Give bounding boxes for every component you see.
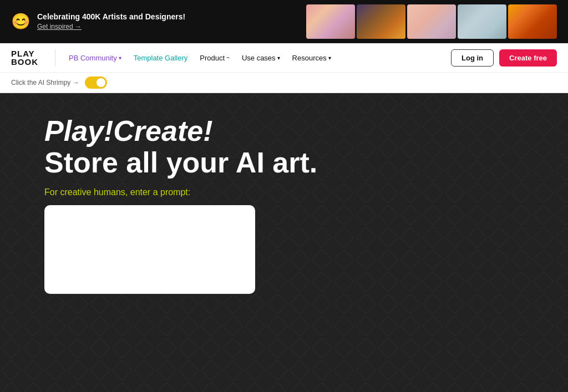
banner-left: 😊 Celebrating 400K Artists and Designers… <box>11 12 185 31</box>
pb-community-label: PB Community <box>69 54 117 62</box>
resources-label: Resources <box>292 54 327 62</box>
pb-community-chevron: ▾ <box>119 55 121 61</box>
top-banner: 😊 Celebrating 400K Artists and Designers… <box>0 0 568 43</box>
toggle-knob <box>97 78 105 87</box>
nav-template-gallery[interactable]: Template Gallery <box>128 50 194 65</box>
toggle-label: Click the AI Shrimpy → <box>11 79 79 86</box>
hero-heading-line1: Play!Create! <box>44 115 212 147</box>
navbar: PLAY BOOK PB Community ▾ Template Galler… <box>0 43 568 72</box>
banner-text-block: Celebrating 400K Artists and Designers! … <box>37 12 185 31</box>
logo-play: PLAY <box>11 49 38 58</box>
product-label: Product <box>200 54 225 62</box>
banner-headline: Celebrating 400K Artists and Designers! <box>37 12 185 21</box>
banner-image-4[interactable] <box>458 4 506 39</box>
use-cases-chevron: ▾ <box>277 55 280 61</box>
banner-image-2[interactable] <box>357 4 405 39</box>
resources-chevron: ▾ <box>328 55 331 61</box>
nav-resources[interactable]: Resources ▾ <box>287 50 337 65</box>
banner-cta-link[interactable]: Get inspired → <box>37 23 82 30</box>
banner-image-5[interactable] <box>508 4 557 39</box>
prompt-input-box[interactable] <box>44 205 255 294</box>
banner-image-3[interactable] <box>407 4 456 39</box>
nav-actions: Log in Create free <box>451 49 557 67</box>
nav-divider <box>55 49 55 66</box>
ai-shrimpy-toggle[interactable] <box>85 77 107 89</box>
product-chevron: ~ <box>226 55 230 61</box>
banner-image-1[interactable] <box>306 4 355 39</box>
use-cases-label: Use cases <box>242 54 276 62</box>
hero-heading-line2: Store all your AI art. <box>44 146 317 179</box>
hero-content: Play!Create! Store all your AI art. For … <box>0 93 568 316</box>
nav-product[interactable]: Product ~ <box>194 50 235 65</box>
create-free-button[interactable]: Create free <box>499 49 557 67</box>
logo-book: BOOK <box>11 58 38 66</box>
hero-section: Play!Create! Store all your AI art. For … <box>0 93 568 392</box>
hero-heading: Play!Create! Store all your AI art. <box>44 115 524 179</box>
hero-subheading: For creative humans, enter a prompt: <box>44 187 524 197</box>
nav-links: PB Community ▾ Template Gallery Product … <box>63 50 451 65</box>
logo[interactable]: PLAY BOOK <box>11 49 38 66</box>
login-button[interactable]: Log in <box>451 49 494 67</box>
nav-use-cases[interactable]: Use cases ▾ <box>236 50 286 65</box>
nav-pb-community[interactable]: PB Community ▾ <box>63 50 127 65</box>
template-gallery-label: Template Gallery <box>134 54 188 62</box>
banner-emoji-icon: 😊 <box>11 14 31 29</box>
toggle-bar: Click the AI Shrimpy → <box>0 72 568 93</box>
banner-images <box>306 4 557 39</box>
